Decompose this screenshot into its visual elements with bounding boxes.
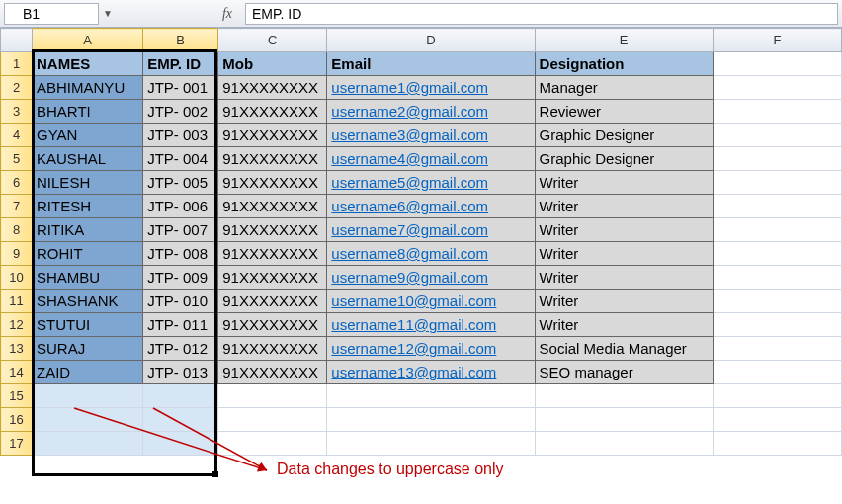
row-head-7[interactable]: 7 [1, 195, 33, 218]
cell-email[interactable]: username11@gmail.com [327, 313, 535, 337]
cell-desig[interactable]: Graphic Designer [535, 147, 713, 171]
cell-emp[interactable]: JTP- 001 [143, 76, 218, 100]
cell-empty[interactable] [713, 361, 841, 384]
row-head-9[interactable]: 9 [1, 242, 33, 266]
row-head-13[interactable]: 13 [1, 337, 33, 361]
cell-email[interactable]: username6@gmail.com [327, 195, 535, 218]
cell-email[interactable]: username5@gmail.com [327, 171, 535, 195]
cell-desig[interactable]: Writer [535, 242, 713, 266]
col-head-E[interactable]: E [535, 29, 713, 52]
cell-empty[interactable] [33, 408, 143, 432]
email-link[interactable]: username6@gmail.com [331, 198, 488, 214]
cell-empty[interactable] [713, 408, 841, 432]
cell-email[interactable]: username4@gmail.com [327, 147, 535, 171]
cell-mob[interactable]: 91XXXXXXXX [218, 124, 327, 147]
cell-email[interactable]: username3@gmail.com [327, 124, 535, 147]
cell-empty[interactable] [713, 432, 841, 456]
row-head-14[interactable]: 14 [1, 361, 33, 384]
cell-empty[interactable] [327, 432, 535, 456]
cell-empty[interactable] [713, 195, 841, 218]
cell-name[interactable]: SHAMBU [33, 266, 143, 290]
fx-icon[interactable]: fx [215, 6, 239, 22]
row-head-15[interactable]: 15 [1, 384, 33, 408]
cell-emp[interactable]: JTP- 009 [143, 266, 218, 290]
cell-name[interactable]: NILESH [33, 171, 143, 195]
header-cell-designation[interactable]: Designation [535, 52, 713, 76]
cell-F1[interactable] [713, 52, 841, 76]
cell-empty[interactable] [143, 432, 218, 456]
cells-table[interactable]: A B C D E F 1NAMESEMP. IDMobEmailDesigna… [0, 28, 842, 456]
row-head-12[interactable]: 12 [1, 313, 33, 337]
cell-empty[interactable] [33, 432, 143, 456]
cell-mob[interactable]: 91XXXXXXXX [218, 337, 327, 361]
cell-email[interactable]: username12@gmail.com [327, 337, 535, 361]
cell-name[interactable]: KAUSHAL [33, 147, 143, 171]
cell-empty[interactable] [713, 76, 841, 100]
cell-name[interactable]: RITESH [33, 195, 143, 218]
row-head-17[interactable]: 17 [1, 432, 33, 456]
cell-empty[interactable] [713, 242, 841, 266]
cell-empty[interactable] [327, 384, 535, 408]
email-link[interactable]: username10@gmail.com [331, 293, 496, 309]
cell-mob[interactable]: 91XXXXXXXX [218, 218, 327, 242]
cell-empty[interactable] [535, 432, 713, 456]
fill-handle[interactable] [212, 471, 218, 477]
cell-empty[interactable] [713, 337, 841, 361]
cell-name[interactable]: ZAID [33, 361, 143, 384]
cell-desig[interactable]: SEO manager [535, 361, 713, 384]
cell-empty[interactable] [218, 432, 327, 456]
col-head-F[interactable]: F [713, 29, 841, 52]
cell-emp[interactable]: JTP- 010 [143, 290, 218, 313]
cell-empty[interactable] [535, 408, 713, 432]
row-head-6[interactable]: 6 [1, 171, 33, 195]
cell-empty[interactable] [535, 384, 713, 408]
cell-mob[interactable]: 91XXXXXXXX [218, 290, 327, 313]
cell-desig[interactable]: Manager [535, 76, 713, 100]
cell-mob[interactable]: 91XXXXXXXX [218, 313, 327, 337]
col-head-D[interactable]: D [327, 29, 535, 52]
cell-empty[interactable] [713, 384, 841, 408]
cell-emp[interactable]: JTP- 005 [143, 171, 218, 195]
cell-desig[interactable]: Graphic Designer [535, 124, 713, 147]
cell-emp[interactable]: JTP- 003 [143, 124, 218, 147]
cell-desig[interactable]: Writer [535, 266, 713, 290]
cell-emp[interactable]: JTP- 011 [143, 313, 218, 337]
row-head-8[interactable]: 8 [1, 218, 33, 242]
cell-mob[interactable]: 91XXXXXXXX [218, 147, 327, 171]
cell-email[interactable]: username8@gmail.com [327, 242, 535, 266]
cell-desig[interactable]: Reviewer [535, 100, 713, 124]
cell-emp[interactable]: JTP- 002 [143, 100, 218, 124]
cell-emp[interactable]: JTP- 006 [143, 195, 218, 218]
cell-empty[interactable] [218, 408, 327, 432]
cell-empty[interactable] [143, 408, 218, 432]
cell-empty[interactable] [143, 384, 218, 408]
name-box[interactable]: B1 [4, 3, 99, 25]
email-link[interactable]: username11@gmail.com [331, 316, 496, 333]
header-cell-email[interactable]: Email [327, 52, 535, 76]
cell-emp[interactable]: JTP- 004 [143, 147, 218, 171]
cell-empty[interactable] [327, 408, 535, 432]
cell-mob[interactable]: 91XXXXXXXX [218, 100, 327, 124]
cell-mob[interactable]: 91XXXXXXXX [218, 76, 327, 100]
cell-desig[interactable]: Writer [535, 290, 713, 313]
cell-name[interactable]: GYAN [33, 124, 143, 147]
cell-email[interactable]: username2@gmail.com [327, 100, 535, 124]
cell-name[interactable]: SURAJ [33, 337, 143, 361]
cell-mob[interactable]: 91XXXXXXXX [218, 361, 327, 384]
cell-name[interactable]: STUTUI [33, 313, 143, 337]
email-link[interactable]: username1@gmail.com [331, 79, 488, 96]
cell-empty[interactable] [713, 171, 841, 195]
cell-emp[interactable]: JTP- 008 [143, 242, 218, 266]
row-head-3[interactable]: 3 [1, 100, 33, 124]
cell-email[interactable]: username10@gmail.com [327, 290, 535, 313]
cell-name[interactable]: BHARTI [33, 100, 143, 124]
col-head-A[interactable]: A [33, 29, 143, 52]
email-link[interactable]: username3@gmail.com [331, 126, 488, 143]
formula-bar[interactable]: EMP. ID [245, 3, 838, 25]
row-head-4[interactable]: 4 [1, 124, 33, 147]
email-link[interactable]: username5@gmail.com [331, 174, 488, 191]
row-head-11[interactable]: 11 [1, 290, 33, 313]
cell-name[interactable]: SHASHANK [33, 290, 143, 313]
cell-email[interactable]: username7@gmail.com [327, 218, 535, 242]
cell-desig[interactable]: Writer [535, 195, 713, 218]
